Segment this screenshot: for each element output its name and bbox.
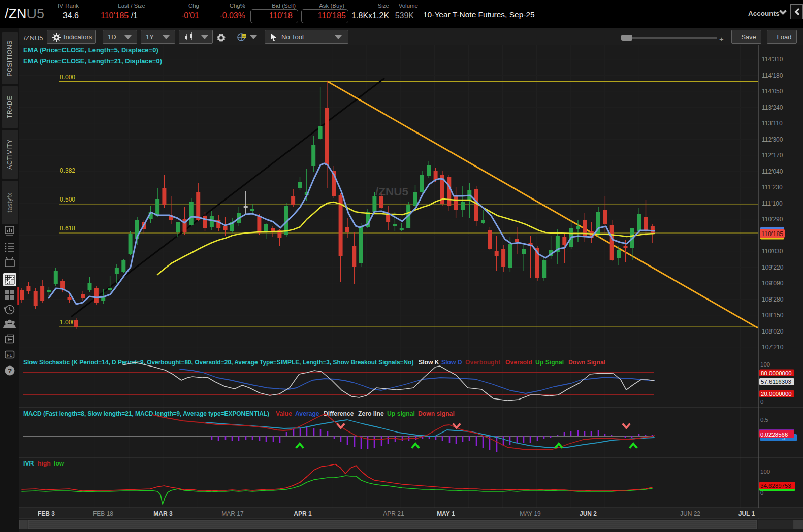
svg-text:0.0228566: 0.0228566	[760, 431, 788, 438]
svg-text:Zero line: Zero line	[358, 410, 384, 417]
svg-text:Value: Value	[276, 410, 292, 417]
svg-text:1.000: 1.000	[60, 319, 75, 326]
svg-text:0.618: 0.618	[60, 225, 75, 232]
svg-text:107'210: 107'210	[762, 344, 784, 351]
svg-text:109'090: 109'090	[762, 280, 784, 287]
svg-text:JUN 22: JUN 22	[680, 510, 700, 517]
svg-text:114'310: 114'310	[762, 56, 783, 63]
svg-text:100: 100	[760, 361, 770, 368]
svg-text:EMA (Price=CLOSE, Length=5, Di: EMA (Price=CLOSE, Length=5, Displace=0)	[23, 46, 158, 54]
svg-text:114'050: 114'050	[762, 88, 783, 95]
svg-text:110'185: 110'185	[761, 230, 783, 238]
svg-text:0: 0	[760, 398, 763, 405]
svg-text:0.000: 0.000	[60, 74, 75, 81]
svg-text:114'180: 114'180	[762, 72, 783, 79]
svg-text:FEB 3: FEB 3	[38, 510, 55, 517]
svg-text:80.0000000: 80.0000000	[761, 370, 792, 376]
svg-text:MAR 17: MAR 17	[221, 510, 244, 517]
svg-text:20.0000000: 20.0000000	[761, 391, 792, 397]
svg-text:JUN 2: JUN 2	[580, 510, 597, 517]
svg-text:0.382: 0.382	[60, 167, 75, 174]
svg-text:high: high	[38, 460, 51, 467]
svg-text:110'030: 110'030	[762, 248, 783, 255]
svg-text:Down Signal: Down Signal	[568, 359, 605, 366]
svg-text:34.6289753: 34.6289753	[760, 483, 791, 489]
svg-text:Slow K: Slow K	[419, 359, 439, 366]
svg-text:F1: F1	[7, 353, 12, 358]
svg-text:Slow D: Slow D	[441, 359, 462, 366]
svg-text:113'110: 113'110	[762, 120, 783, 127]
svg-text:112'040: 112'040	[762, 168, 783, 175]
svg-text:Up signal: Up signal	[387, 410, 415, 417]
svg-text:Overbought: Overbought	[465, 359, 500, 366]
svg-text:Down signal: Down signal	[418, 410, 455, 417]
svg-text:Up Signal: Up Signal	[535, 359, 564, 366]
svg-text:112'300: 112'300	[762, 136, 783, 143]
svg-text:MACD (Fast length=8, Slow leng: MACD (Fast length=8, Slow length=21, MAC…	[23, 410, 269, 417]
svg-text:APR 1: APR 1	[294, 510, 312, 517]
svg-text:108'150: 108'150	[762, 312, 784, 319]
svg-text:111'230: 111'230	[762, 184, 783, 191]
svg-text:FEB 18: FEB 18	[93, 510, 113, 517]
svg-text:57.6116303: 57.6116303	[761, 379, 791, 385]
svg-text:EMA (Price=CLOSE, Length=21, D: EMA (Price=CLOSE, Length=21, Displace=0)	[23, 57, 162, 65]
svg-text:Oversold: Oversold	[505, 359, 532, 366]
svg-text:100: 100	[760, 469, 770, 475]
svg-text:MAY 19: MAY 19	[520, 510, 541, 517]
svg-text:Slow Stochastic (K Period=14,: Slow Stochastic (K Period=14, D Period=9…	[23, 359, 413, 366]
svg-text:APR 21: APR 21	[383, 510, 404, 517]
svg-text:MAY 1: MAY 1	[437, 510, 455, 517]
svg-text:0.500: 0.500	[60, 196, 75, 203]
svg-text:0: 0	[760, 490, 763, 496]
svg-text:109'220: 109'220	[762, 264, 784, 271]
svg-text:112'170: 112'170	[762, 152, 783, 159]
svg-text:111'100: 111'100	[762, 200, 783, 207]
svg-text:MAR 3: MAR 3	[153, 510, 173, 517]
svg-text:113'240: 113'240	[762, 104, 783, 111]
svg-text:low: low	[54, 460, 65, 467]
svg-text:0.5: 0.5	[760, 417, 768, 423]
svg-text:?: ?	[8, 367, 12, 375]
svg-text:IVR: IVR	[23, 460, 34, 467]
svg-text:Average: Average	[295, 410, 319, 417]
svg-text:JUL 1: JUL 1	[738, 510, 755, 517]
svg-text:110'290: 110'290	[762, 216, 783, 223]
svg-text:108'280: 108'280	[762, 296, 784, 303]
svg-text:108'020: 108'020	[762, 328, 784, 335]
